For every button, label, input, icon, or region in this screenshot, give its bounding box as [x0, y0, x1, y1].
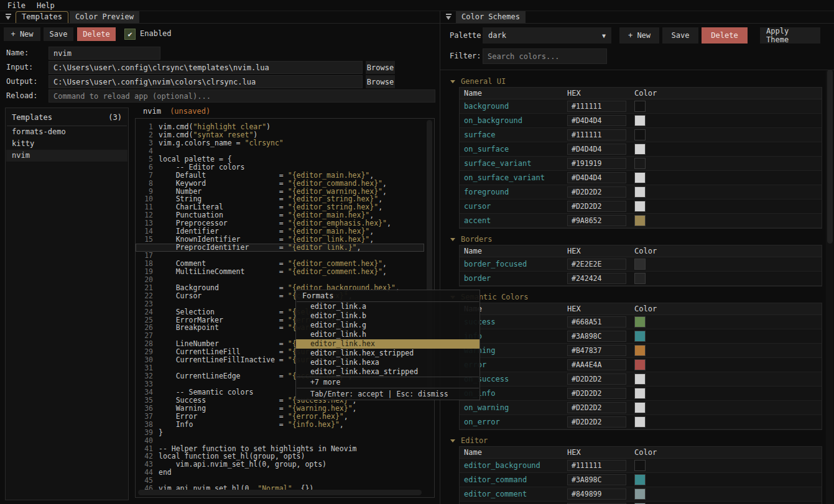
code-segment: Breakpoint = [159, 323, 288, 332]
color-table: Name HEX Color success #668A51 info [459, 303, 822, 430]
code-line[interactable]: 19 MultiLineComment = "{editor_comment.h… [136, 268, 434, 276]
output-browse-button[interactable]: Browse [366, 75, 395, 88]
hex-input[interactable]: #D4D4D4 [567, 115, 626, 126]
hex-input[interactable]: #242424 [567, 273, 626, 284]
hex-input[interactable]: #D4D4D4 [567, 144, 626, 155]
autocomplete-item[interactable]: editor_link.hexa_stripped [296, 367, 480, 377]
color-swatch[interactable] [634, 474, 646, 485]
hex-input[interactable]: #D2D2D2 [567, 201, 626, 212]
color-swatch[interactable] [634, 129, 646, 140]
color-swatch[interactable] [634, 144, 646, 155]
input-browse-button[interactable]: Browse [366, 61, 395, 74]
code-line[interactable]: 3 vim.g.colors_name = "clrsync" [136, 139, 434, 147]
autocomplete-item[interactable]: editor_link.a [296, 302, 480, 311]
code-line[interactable]: PreprocIdentifier = "{editor_link.}", [136, 244, 424, 252]
name-input[interactable] [49, 47, 160, 60]
color-swatch[interactable] [634, 416, 646, 428]
color-name: border_focused [460, 260, 567, 268]
autocomplete-item[interactable]: editor_link.b [296, 311, 480, 321]
hex-input[interactable]: #D2D2D2 [567, 373, 626, 385]
code-line[interactable]: 43 vim.api.nvim_set_hl(0, group, opts) [136, 460, 434, 469]
line-number: 8 [136, 180, 153, 188]
color-name: background [460, 102, 567, 111]
menu-item[interactable]: Help [37, 1, 55, 10]
menu-item[interactable]: File [7, 1, 25, 10]
collapse-icon[interactable] [445, 14, 452, 21]
hex-input[interactable]: #B47837 [567, 345, 626, 356]
hex-input[interactable]: #3A898C [567, 474, 626, 485]
code-line-text: vim.g.colors_name = "clrsync" [159, 139, 284, 147]
color-swatch[interactable] [634, 402, 646, 413]
section-header[interactable]: Editor [440, 435, 834, 446]
hex-input[interactable]: #191919 [567, 158, 626, 169]
delete-template-button[interactable]: Delete [77, 27, 116, 41]
template-list-item[interactable]: kitty [6, 138, 127, 150]
color-swatch[interactable] [634, 101, 646, 112]
template-list-item[interactable]: nvim [6, 150, 127, 162]
color-swatch[interactable] [634, 388, 646, 399]
color-swatch[interactable] [634, 215, 646, 226]
hex-input[interactable]: #111111 [567, 101, 626, 112]
color-swatch[interactable] [634, 331, 646, 342]
code-line[interactable]: 44 end [136, 469, 434, 477]
color-swatch[interactable] [634, 488, 646, 500]
hex-input[interactable]: #D2D2D2 [567, 186, 626, 198]
new-template-button[interactable]: + New [4, 27, 40, 41]
editor-horizontal-scrollbar[interactable] [138, 490, 422, 495]
color-swatch[interactable] [634, 259, 646, 270]
section-header[interactable]: Semantic Colors [440, 291, 834, 303]
reload-command-field[interactable] [49, 89, 435, 103]
color-swatch[interactable] [634, 273, 646, 284]
color-swatch[interactable] [634, 158, 646, 169]
hex-input[interactable]: #D2D2D2 [567, 416, 626, 428]
delete-palette-button[interactable]: Delete [702, 27, 748, 44]
autocomplete-item[interactable]: editor_link.hexa [296, 358, 480, 367]
save-palette-button[interactable]: Save [662, 27, 698, 44]
code-line[interactable]: 39 } [136, 429, 434, 437]
color-swatch[interactable] [634, 345, 646, 356]
color-table: Name HEX Color editor_background #111111… [459, 446, 822, 504]
tab-color-preview[interactable]: Color Preview [70, 11, 139, 23]
hex-input[interactable]: #D4D4D4 [567, 172, 626, 183]
save-template-button[interactable]: Save [44, 27, 73, 41]
hex-input[interactable]: #2E2E2E [567, 259, 626, 270]
code-line[interactable]: 38 Info = "{info.hex}", [136, 421, 434, 429]
hex-input[interactable]: #AA4E4A [567, 359, 626, 370]
color-swatch[interactable] [634, 359, 646, 370]
section-header[interactable]: Borders [440, 234, 834, 245]
template-list-item[interactable]: formats-demo [6, 126, 127, 138]
hex-input[interactable]: #849899 [567, 488, 626, 500]
color-filter-input[interactable] [483, 48, 607, 64]
hex-input[interactable]: #111111 [567, 129, 626, 140]
color-swatch[interactable] [634, 172, 646, 183]
autocomplete-item[interactable]: editor_link.h [296, 330, 480, 339]
color-swatch[interactable] [634, 201, 646, 212]
color-swatch[interactable] [634, 115, 646, 126]
output-path-field[interactable] [49, 75, 363, 88]
autocomplete-item[interactable]: editor_link.hex [296, 339, 480, 349]
enabled-checkbox[interactable]: ✔ [124, 29, 136, 40]
section-header[interactable]: General UI [440, 76, 834, 87]
color-swatch[interactable] [634, 373, 646, 385]
hex-input[interactable]: #D2D2D2 [567, 388, 626, 399]
color-sections: General UI Name HEX Color background #11… [440, 71, 834, 504]
color-swatch[interactable] [634, 316, 646, 328]
hex-input[interactable]: #9A8652 [567, 215, 626, 226]
autocomplete-item[interactable]: editor_link.hex_stripped [296, 349, 480, 358]
hex-input[interactable]: #668A51 [567, 316, 626, 328]
hex-input[interactable]: #D2D2D2 [567, 402, 626, 413]
new-palette-button[interactable]: + New [619, 27, 659, 44]
palette-dropdown[interactable]: dark ▼ [483, 27, 611, 44]
input-path-field[interactable] [49, 61, 363, 74]
hex-input[interactable]: #3A898C [567, 331, 626, 342]
panel-scrollbar-thumb[interactable] [827, 70, 833, 244]
hex-input[interactable]: #111111 [567, 460, 626, 471]
tab-templates[interactable]: Templates [16, 11, 68, 23]
color-swatch[interactable] [634, 460, 646, 471]
collapse-icon[interactable] [5, 14, 12, 21]
color-swatch[interactable] [634, 186, 646, 198]
apply-theme-button[interactable]: Apply Theme [760, 27, 820, 44]
tab-color-schemes[interactable]: Color Schemes [456, 11, 526, 23]
line-number: 20 [136, 276, 153, 284]
autocomplete-item[interactable]: editor_link.g [296, 321, 480, 330]
